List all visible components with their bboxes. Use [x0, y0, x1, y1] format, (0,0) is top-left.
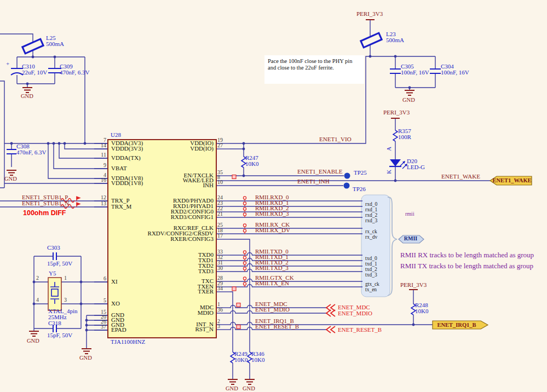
- pin-number-36: 36: [217, 307, 223, 313]
- peri-3v3-1[interactable]: PERI_3V3: [356, 11, 383, 18]
- c303-val[interactable]: 15pF, 50V: [47, 261, 72, 267]
- capacitor-c310: [11, 68, 23, 75]
- peri-3v3-3[interactable]: PERI_3V3: [400, 282, 427, 289]
- net-rmii-txen[interactable]: RMII.TX_EN: [255, 280, 289, 287]
- pin-number-3: 3: [217, 324, 220, 330]
- c318-val[interactable]: 15pF, 50V: [47, 332, 72, 339]
- y5-pin1: 1: [64, 275, 67, 281]
- capacitor-c305: [390, 69, 401, 73]
- tp25-label[interactable]: TP25: [354, 170, 367, 176]
- net-rmii-rxd3[interactable]: RMII.RXD_3: [255, 211, 289, 217]
- offpage-chevron-icon: [331, 310, 335, 316]
- c310-plus[interactable]: +: [6, 61, 9, 67]
- offpage-enet-reset-b[interactable]: ENET_RESET_B: [338, 327, 382, 333]
- pin-number-5: 5: [88, 298, 106, 304]
- y5-ref[interactable]: Y5: [49, 270, 56, 277]
- crystal-y5[interactable]: [48, 278, 61, 310]
- pin-number-27: 27: [217, 143, 223, 149]
- net-enet1-inh[interactable]: ENET1_INH: [297, 178, 330, 185]
- gnd-symbol-icon: [405, 90, 414, 95]
- capacitor-c304: [430, 69, 441, 73]
- noerc-icon: [232, 287, 236, 291]
- pin-number-10: 10: [217, 180, 223, 186]
- chip-refdes[interactable]: U28: [111, 132, 121, 139]
- gnd-label-2: GND: [4, 176, 17, 182]
- gnd-label-3: GND: [402, 97, 415, 103]
- l23-val[interactable]: 500mA: [386, 37, 404, 44]
- c303-ref[interactable]: C303: [47, 245, 60, 251]
- port-enet-irq1-b-label[interactable]: ENET_IRQ1_B: [434, 322, 480, 328]
- net-enet1-wake[interactable]: ENET1_WAKE: [441, 174, 480, 180]
- testpoint-tp26[interactable]: [344, 183, 350, 189]
- c304-val[interactable]: 100nF, 16V: [441, 70, 469, 76]
- y5-pin4: 4: [36, 297, 39, 303]
- c309-val[interactable]: 470nF, 6.3V: [60, 70, 89, 76]
- gnd-symbol-icon: [245, 379, 255, 384]
- r249-val[interactable]: 10K0: [234, 357, 247, 364]
- note-rmii-tx: RMII TX tracks to be length matched as g…: [400, 262, 533, 270]
- pin-name-l-13: TRX_M: [111, 204, 131, 210]
- capacitor-c308: [7, 149, 16, 154]
- led-cathode-label[interactable]: K: [386, 170, 393, 174]
- offpage-enet-mdio[interactable]: ENET_MDIO: [338, 310, 372, 317]
- net-enet-reset-b[interactable]: ENET_RESET_B: [255, 324, 299, 330]
- port-enet1-wake[interactable]: ENET1_WAKE: [492, 177, 532, 183]
- gnd-label-6: GND: [226, 385, 238, 391]
- noerc-icon: [237, 303, 240, 307]
- rmii-class-label: rmii: [405, 211, 414, 217]
- pin-number-6: 6: [88, 276, 106, 282]
- rmii-bus-tag-label[interactable]: RMII: [400, 236, 421, 242]
- c305-val[interactable]: 100nF, 16V: [401, 70, 429, 76]
- ferrite-bead-l23[interactable]: [361, 33, 382, 48]
- gnd-label-4: GND: [27, 338, 39, 344]
- tp26-label[interactable]: TP26: [353, 186, 366, 193]
- pin-name-r-34: TXER: [198, 289, 214, 295]
- gnd-symbol-icon: [22, 88, 32, 93]
- net-rmii-txd3[interactable]: RMII.TXD_3: [255, 265, 289, 272]
- net-class-marker-icon: [243, 262, 246, 264]
- net-class-marker-icon: [243, 207, 246, 210]
- net-class-marker-icon: [243, 202, 246, 205]
- pin-name-r-27: VDD(IO): [190, 146, 214, 152]
- pin-name-l-9: VBAT: [111, 165, 127, 172]
- pin-name-l-37: EPAD: [111, 327, 126, 333]
- net-class-marker-icon: [243, 197, 246, 199]
- r357-val[interactable]: 100R: [398, 134, 411, 141]
- chip-part-number[interactable]: TJA1100HNZ: [111, 339, 145, 345]
- pin-name-l-14: VDDD(3V3): [111, 146, 143, 152]
- offpage-connectors[interactable]: [326, 304, 335, 333]
- pin-number-13: 13: [88, 201, 106, 207]
- pin-number-11: 11: [88, 152, 106, 158]
- wire-note-2: and close to the 22uF ferrite.: [268, 65, 334, 71]
- net-rmii-rxdv[interactable]: RMII.RX_DV: [255, 227, 290, 234]
- led-d20[interactable]: [389, 159, 407, 169]
- r346-val[interactable]: 10K0: [251, 357, 264, 364]
- r247-val[interactable]: 10K0: [245, 161, 258, 168]
- pin-number-14: 14: [88, 143, 106, 149]
- bus-rxd3: rxd_3: [365, 218, 377, 224]
- pin-name-r-3: RST_N: [195, 326, 214, 333]
- testpoint-tp25[interactable]: [344, 173, 350, 179]
- c318-ref[interactable]: C318: [48, 320, 61, 327]
- schematic-canvas: U28 TJA1100HNZ Pace the 100nF close to t…: [0, 0, 547, 392]
- bus-txen: tx_en: [365, 287, 377, 293]
- gnd-symbol-icon: [7, 170, 16, 175]
- gnd-symbol-icon: [82, 349, 91, 354]
- noerc-icon: [237, 325, 240, 329]
- net-enet-mdio[interactable]: ENET_MDIO: [255, 307, 290, 313]
- pin-number-37: 37: [88, 324, 106, 330]
- diff-note[interactable]: 100ohm DIFF: [23, 210, 66, 217]
- r248-val[interactable]: 10K0: [415, 308, 428, 315]
- c310-val[interactable]: 22uF, 10V: [22, 70, 47, 76]
- c308-val[interactable]: 470nF, 6.3V: [16, 149, 46, 156]
- d20-val[interactable]: LED-G: [407, 164, 425, 171]
- net-enet1-enable[interactable]: ENET1_ENABLE: [297, 169, 342, 175]
- led-anode-label[interactable]: A: [386, 147, 393, 151]
- pin-name-r-36: MDIO: [198, 310, 214, 316]
- net-stub1-n[interactable]: ENET1_STUB1_N: [22, 200, 69, 207]
- net-class-marker-icon: [243, 213, 246, 216]
- l25-val[interactable]: 500mA: [46, 41, 64, 48]
- net-enet1-vio[interactable]: ENET1_VIO: [319, 136, 352, 143]
- peri-3v3-2[interactable]: PERI_3V3: [383, 109, 410, 116]
- net-class-marker-icon: [243, 251, 246, 253]
